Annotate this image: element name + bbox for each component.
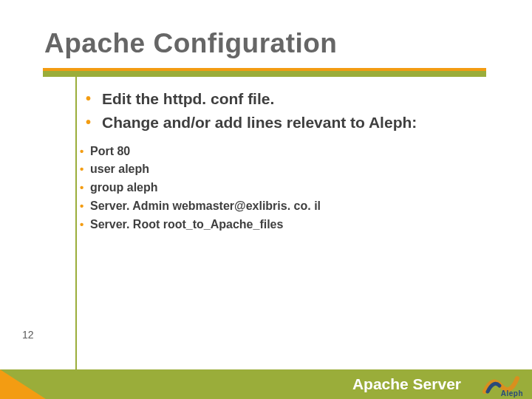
bullet-item: Server. Admin webmaster@exlibris. co. il bbox=[90, 197, 494, 216]
slide: Apache Configuration Edit the httpd. con… bbox=[0, 0, 532, 399]
bullet-item: group aleph bbox=[90, 179, 494, 197]
bullet-list-primary: Edit the httpd. conf file. Change and/or… bbox=[80, 89, 494, 134]
footer-corner bbox=[0, 369, 46, 399]
vertical-line bbox=[75, 77, 77, 371]
page-number: 12 bbox=[22, 329, 34, 341]
slide-title: Apache Configuration bbox=[44, 28, 337, 59]
rule-olive bbox=[43, 71, 486, 77]
bullet-item: user aleph bbox=[90, 160, 494, 179]
bullet-list-secondary: Port 80 user aleph group aleph Server. A… bbox=[80, 143, 494, 234]
footer-text: Apache Server bbox=[352, 375, 461, 393]
bullet-item: Change and/or add lines relevant to Alep… bbox=[102, 112, 494, 133]
content-block: Edit the httpd. conf file. Change and/or… bbox=[80, 89, 494, 234]
bullet-item: Port 80 bbox=[90, 143, 494, 161]
bullet-item: Edit the httpd. conf file. bbox=[102, 89, 494, 109]
bullet-item: Server. Root root_to_Apache_files bbox=[90, 216, 494, 234]
aleph-logo-text: Aleph bbox=[501, 389, 523, 398]
